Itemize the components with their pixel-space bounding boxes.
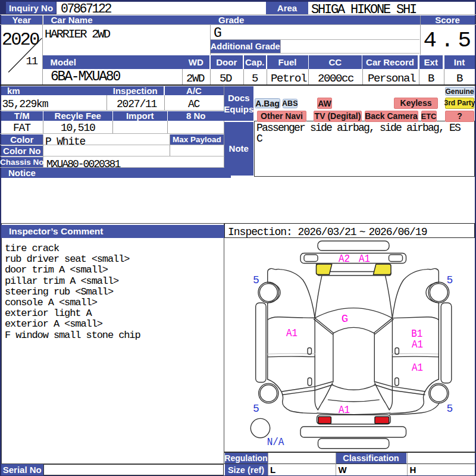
svg-text:5: 5 xyxy=(253,274,259,286)
svg-text:5: 5 xyxy=(253,403,259,415)
svg-text:G: G xyxy=(342,312,348,325)
svg-text:A1: A1 xyxy=(412,361,423,374)
svg-text:A1: A1 xyxy=(286,327,298,340)
svg-text:A1: A1 xyxy=(339,403,350,416)
svg-text:A2: A2 xyxy=(339,252,350,265)
svg-text:A1: A1 xyxy=(412,338,423,351)
svg-text:5: 5 xyxy=(447,403,453,415)
svg-text:5: 5 xyxy=(447,274,453,286)
svg-text:N/A: N/A xyxy=(267,436,284,449)
svg-text:A1: A1 xyxy=(359,252,370,265)
